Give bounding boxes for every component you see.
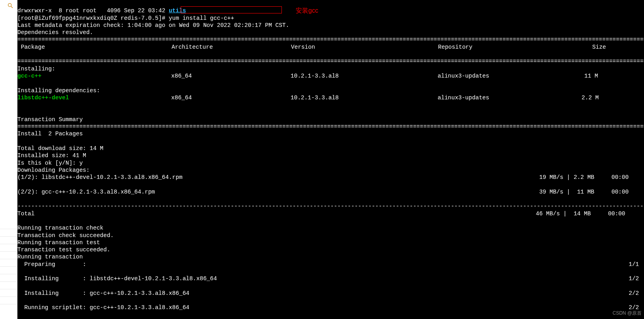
step-2: Installing : gcc-c++-10.2.1-3.3.al8.x86_… xyxy=(17,290,189,297)
tx-summary: Transaction Summary xyxy=(17,116,83,123)
step-2-r: 2/2 xyxy=(629,290,642,297)
separator-dash: ----------------------------------------… xyxy=(17,203,644,209)
browser-sidebar xyxy=(0,0,17,319)
col-arch: Architecture xyxy=(172,44,291,51)
prompt-1: [root@iZuf69fppg41nrwxkxdiq0Z redis-7.0.… xyxy=(17,15,234,21)
tx-test-ok: Transaction test succeeded. xyxy=(17,247,110,253)
run-tx: Running transaction xyxy=(17,254,83,260)
run-tx-check: Running transaction check xyxy=(17,225,104,231)
annotation-box xyxy=(181,6,282,13)
step-prep-r: 1/1 xyxy=(629,261,642,268)
install-count: Install 2 Packages xyxy=(17,131,83,137)
separator-eq-bot: ========================================… xyxy=(17,123,644,130)
total-label: Total xyxy=(17,210,35,217)
col-version: Version xyxy=(291,44,438,51)
deps-resolved: Dependencies resolved. xyxy=(17,29,93,36)
dl-size: Total download size: 14 M xyxy=(17,145,104,152)
inst-size: Installed size: 41 M xyxy=(17,152,86,159)
repo-gcc: alinux3-updates xyxy=(438,72,584,80)
installing-label: Installing: xyxy=(17,66,55,72)
col-repo: Repository xyxy=(438,44,592,51)
metadata-line: Last metadata expiration check: 1:04:00 … xyxy=(17,22,289,28)
arch-gcc: x86_64 xyxy=(171,72,291,80)
watermark: CSDN @原首 xyxy=(612,310,642,317)
ls-line: drwxrwxr-x 8 root root 4096 Sep 22 03:42 xyxy=(17,8,165,14)
step-3: Running scriptlet: gcc-c++-10.2.1-3.3.al… xyxy=(17,304,189,311)
ver-libstdc: 10.2.1-3.3.al8 xyxy=(291,94,438,101)
installing-deps-label: Installing dependencies: xyxy=(17,87,100,94)
ver-gcc: 10.2.1-3.3.al8 xyxy=(291,72,438,80)
pkg-libstdc: libstdc++-devel xyxy=(17,94,171,101)
pkg-gcc: gcc-c++ xyxy=(17,72,171,80)
search-icon[interactable] xyxy=(7,2,13,9)
dl-1-stats: 19 MB/s | 2.2 MB 00:00 xyxy=(539,174,642,181)
total-stats: 46 MB/s | 14 MB 00:00 xyxy=(536,210,642,217)
size-gcc: 11 M xyxy=(584,72,598,80)
step-prep: Preparing : xyxy=(17,261,86,268)
separator-eq-top: ========================================… xyxy=(17,36,644,43)
dl-2-stats: 39 MB/s | 11 MB 00:00 xyxy=(539,188,642,196)
step-1-r: 1/2 xyxy=(629,275,642,282)
run-tx-test: Running transaction test xyxy=(17,239,100,246)
sidebar-ruled-lines xyxy=(0,222,17,304)
confirm: Is this ok [y/N]: y xyxy=(17,160,83,166)
arch-libstdc: x86_64 xyxy=(171,94,291,101)
downloading: Downloading Packages: xyxy=(17,167,90,173)
dl-1-name: (1/2): libstdc++-devel-10.2.1-3.3.al8.x8… xyxy=(17,174,183,181)
svg-line-1 xyxy=(11,6,13,8)
terminal-pane[interactable]: drwxrwxr-x 8 root root 4096 Sep 22 03:42… xyxy=(17,0,644,319)
repo-libstdc: alinux3-updates xyxy=(438,94,582,101)
tx-check-ok: Transaction check succeeded. xyxy=(17,232,114,239)
dl-2-name: (2/2): gcc-c++-10.2.1-3.3.al8.x86_64.rpm xyxy=(17,188,155,196)
col-size: Size xyxy=(592,44,606,51)
annotation-text: 安装gcc xyxy=(296,7,318,14)
step-1: Installing : libstdc++-devel-10.2.1-3.3.… xyxy=(17,275,217,282)
separator-eq-mid: ========================================… xyxy=(17,58,644,65)
svg-point-0 xyxy=(8,4,11,7)
size-libstdc: 2.2 M xyxy=(582,94,599,101)
col-package: Package xyxy=(17,44,172,51)
